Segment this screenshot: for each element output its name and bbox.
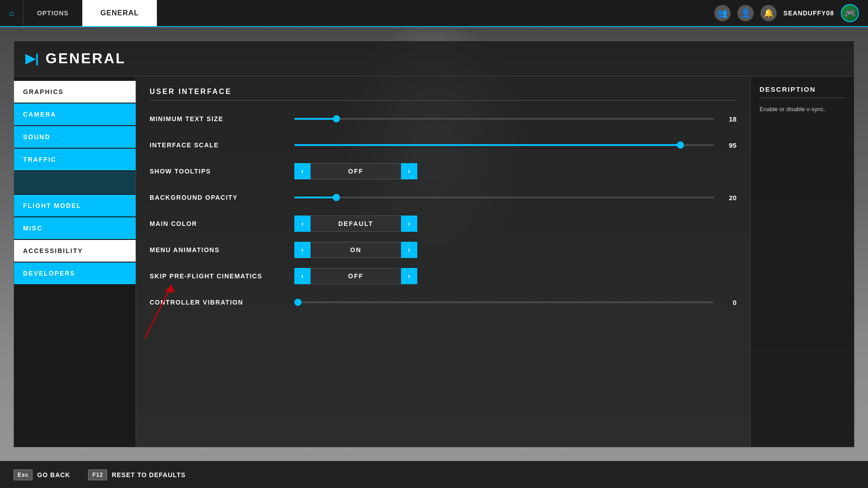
show-tooltips-next-button[interactable]: ›: [401, 163, 417, 179]
sidebar-item-camera[interactable]: CAMERA: [14, 103, 136, 125]
controller-vibration-label: CONTROLLER VIBRATION: [150, 299, 294, 306]
main-color-prev-button[interactable]: ‹: [294, 216, 311, 232]
sidebar-item-traffic[interactable]: TRAFFIC: [14, 149, 136, 170]
show-tooltips-prev-button[interactable]: ‹: [294, 163, 311, 179]
menu-animations-toggle: ‹ ON ›: [294, 242, 417, 258]
sidebar-item-camera-label: CAMERA: [23, 111, 56, 118]
main-color-label: MAIN COLOR: [150, 220, 294, 227]
setting-menu-animations: MENU ANIMATIONS ‹ ON ›: [150, 241, 736, 259]
show-tooltips-label: SHOW TOOLTIPS: [150, 168, 294, 175]
esc-key-badge: Esc: [14, 469, 33, 480]
panel-title-text: GENERAL: [46, 50, 126, 67]
minimum-text-size-slider[interactable]: [294, 118, 714, 120]
controller-vibration-slider[interactable]: [294, 301, 714, 303]
controller-vibration-value: 0: [718, 299, 736, 306]
sidebar-item-flight-model[interactable]: FLIGHT MODEL: [14, 195, 136, 216]
section-title: USER INTERFACE: [150, 88, 736, 101]
home-button[interactable]: ⌂: [0, 0, 24, 26]
background-opacity-slider[interactable]: [294, 197, 714, 198]
bell-icon[interactable]: 🔔: [760, 5, 777, 21]
background-opacity-label: BACKGROUND OPACITY: [150, 194, 294, 201]
main-color-value: DEFAULT: [311, 216, 401, 232]
interface-scale-label: INTERFACE SCALE: [150, 141, 294, 149]
go-back-button[interactable]: Esc GO BACK: [14, 469, 70, 480]
minimum-text-size-thumb[interactable]: [333, 115, 340, 122]
go-back-label: GO BACK: [37, 471, 70, 479]
description-panel: DESCRIPTION Enable or disable v-sync.: [750, 76, 854, 447]
username-label: SEANDUFFY08: [783, 9, 834, 17]
sidebar-item-sound[interactable]: SOUND: [14, 126, 136, 148]
setting-skip-preflight: SKIP PRE-FLIGHT CINEMATICS ‹ OFF ›: [150, 267, 736, 285]
sidebar-item-misc[interactable]: MISC: [14, 217, 136, 239]
menu-animations-next-button[interactable]: ›: [401, 242, 417, 258]
setting-interface-scale: INTERFACE SCALE 95: [150, 136, 736, 154]
background-opacity-thumb[interactable]: [333, 194, 340, 201]
main-color-next-button[interactable]: ›: [401, 216, 417, 232]
panel-title-icon: ▶|: [25, 51, 39, 66]
f12-key-badge: F12: [88, 469, 107, 480]
sidebar-item-accessibility[interactable]: ACCESSIBILITY: [14, 240, 136, 262]
minimum-text-size-fill: [294, 118, 336, 120]
sidebar-item-graphics[interactable]: GRAPHICS: [14, 81, 136, 103]
reset-defaults-label: RESET TO DEFAULTS: [112, 471, 186, 479]
menu-animations-label: MENU ANIMATIONS: [150, 246, 294, 253]
skip-preflight-prev-button[interactable]: ‹: [294, 268, 311, 284]
menu-animations-control: ‹ ON ›: [294, 242, 736, 258]
skip-preflight-value: OFF: [311, 268, 401, 284]
home-icon: ⌂: [9, 9, 14, 18]
sidebar-item-empty: [14, 171, 136, 194]
main-color-control: ‹ DEFAULT ›: [294, 216, 736, 232]
sidebar-item-accessibility-label: ACCESSIBILITY: [23, 247, 83, 254]
options-label: OPTIONS: [37, 9, 69, 17]
show-tooltips-toggle: ‹ OFF ›: [294, 163, 417, 179]
skip-preflight-control: ‹ OFF ›: [294, 268, 736, 284]
description-title: DESCRIPTION: [760, 85, 845, 98]
interface-scale-fill: [294, 144, 680, 146]
controller-vibration-control: 0: [294, 299, 736, 306]
interface-scale-thumb[interactable]: [677, 141, 684, 149]
sidebar-item-traffic-label: TRAFFIC: [23, 156, 57, 163]
interface-scale-control: 95: [294, 141, 736, 149]
minimum-text-size-control: 18: [294, 115, 736, 123]
skip-preflight-label: SKIP PRE-FLIGHT CINEMATICS: [150, 272, 294, 280]
setting-main-color: MAIN COLOR ‹ DEFAULT ›: [150, 215, 736, 233]
setting-show-tooltips: SHOW TOOLTIPS ‹ OFF ›: [150, 162, 736, 180]
menu-animations-prev-button[interactable]: ‹: [294, 242, 311, 258]
general-label: GENERAL: [100, 9, 139, 17]
background-opacity-control: 20: [294, 194, 736, 202]
setting-background-opacity: BACKGROUND OPACITY 20: [150, 188, 736, 206]
skip-preflight-toggle: ‹ OFF ›: [294, 268, 417, 284]
show-tooltips-control: ‹ OFF ›: [294, 163, 736, 179]
setting-controller-vibration: CONTROLLER VIBRATION 0: [150, 293, 736, 311]
group-icon[interactable]: 👥: [714, 5, 731, 21]
setting-minimum-text-size: MINIMUM TEXT SIZE 18: [150, 110, 736, 128]
main-panel: ▶| GENERAL GRAPHICS CAMERA SOUND TRAFFIC…: [14, 41, 854, 447]
controller-vibration-thumb[interactable]: [294, 299, 302, 306]
user-icon[interactable]: 👤: [737, 5, 754, 21]
avatar[interactable]: 🎮: [841, 4, 859, 22]
top-bar-right-section: 👥 👤 🔔 SEANDUFFY08 🎮: [714, 4, 868, 22]
background-opacity-fill: [294, 197, 336, 198]
top-navigation-bar: ⌂ OPTIONS GENERAL 👥 👤 🔔 SEANDUFFY08 🎮: [0, 0, 868, 27]
sidebar-item-developers-label: DEVELOPERS: [23, 270, 75, 277]
sidebar-item-misc-label: MISC: [23, 225, 42, 232]
general-nav-item[interactable]: GENERAL: [82, 0, 157, 26]
interface-scale-slider[interactable]: [294, 144, 714, 146]
reset-defaults-button[interactable]: F12 RESET TO DEFAULTS: [88, 469, 185, 480]
minimum-text-size-label: MINIMUM TEXT SIZE: [150, 115, 294, 122]
description-text: Enable or disable v-sync.: [760, 105, 845, 114]
options-nav-item[interactable]: OPTIONS: [24, 0, 82, 26]
bottom-bar: Esc GO BACK F12 RESET TO DEFAULTS: [0, 461, 868, 488]
sidebar-item-flight-model-label: FLIGHT MODEL: [23, 202, 81, 209]
sidebar-item-sound-label: SOUND: [23, 133, 51, 141]
show-tooltips-value: OFF: [311, 163, 401, 179]
interface-scale-value: 95: [718, 141, 736, 149]
panel-body: GRAPHICS CAMERA SOUND TRAFFIC FLIGHT MOD…: [14, 76, 854, 447]
sidebar: GRAPHICS CAMERA SOUND TRAFFIC FLIGHT MOD…: [14, 76, 136, 447]
skip-preflight-next-button[interactable]: ›: [401, 268, 417, 284]
sidebar-item-graphics-label: GRAPHICS: [23, 88, 64, 95]
main-color-toggle: ‹ DEFAULT ›: [294, 216, 417, 232]
background-opacity-value: 20: [718, 194, 736, 202]
sidebar-item-developers[interactable]: DEVELOPERS: [14, 263, 136, 284]
content-area: USER INTERFACE MINIMUM TEXT SIZE 18 INTE…: [136, 76, 750, 447]
